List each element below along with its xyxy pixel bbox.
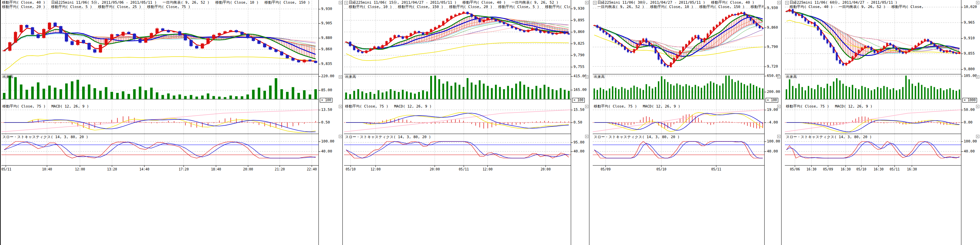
macd-pane-label: 移動平均( Close, 75 ) MACD( 12, 26, 9 ) — [2, 104, 89, 109]
panel-menu-icon[interactable]: ↘ — [593, 1, 597, 5]
pane-expand-icon[interactable]: ↖ — [976, 1, 979, 4]
y-axis-label: 105.00 — [964, 74, 977, 78]
volume-scale-badge: × 1000 — [963, 98, 977, 102]
y-axis-label: 19.00 — [767, 108, 778, 112]
panel-15min-chart-canvas[interactable] — [344, 0, 571, 173]
time-axis-label: 20:00 — [541, 167, 550, 171]
volume-pane-label: 出来高 — [594, 75, 605, 79]
time-axis-label: 13:20 — [107, 167, 117, 171]
pane-expand-icon[interactable]: ↖ — [339, 135, 342, 138]
panel-header-line2: 移動平均( Close, 40 ) 一目均衡表( 9, 26, 52 ) 移動平… — [789, 5, 923, 9]
time-axis-label: 20:00 — [243, 167, 253, 171]
pane-expand-icon[interactable]: ↖ — [339, 75, 342, 78]
panel-menu-icon[interactable]: ↘ — [344, 1, 348, 5]
time-axis-label: 12:00 — [371, 167, 381, 171]
time-axis-label: 10:40 — [42, 167, 52, 171]
y-axis-label: 200.00 — [767, 90, 780, 94]
time-axis-label: 22:40 — [307, 167, 317, 171]
stoch-pane-label: スロー・ストキャスティクス( 14, 3, 80, 20 ) — [345, 135, 431, 139]
time-axis-label: 12:00 — [483, 167, 493, 171]
chart-panel-60min: ↘ 日経225mini 11/06( 60分, 2011/04/27 - 201… — [781, 0, 980, 245]
y-axis-label: 9,855 — [964, 51, 975, 56]
y-axis-column: 10,0209,9659,9109,8559,800105.0050.000.0… — [961, 0, 980, 245]
y-axis-label: 9,790 — [767, 45, 778, 49]
y-axis-label: 40.00 — [767, 149, 778, 154]
y-axis-label: 40.00 — [573, 149, 584, 154]
y-axis-column: 9,9309,8959,8609,8259,7909,755415.00165.… — [571, 0, 589, 245]
pane-expand-icon[interactable]: ↖ — [777, 105, 781, 108]
chart-panel-5min: 移動平均( Close, 40 ) 日経225mini 11/06( 5分, 2… — [0, 0, 342, 245]
panel-5min-chart-canvas[interactable] — [1, 0, 318, 173]
stoch-pane-label: スロー・ストキャスティクス( 14, 3, 80, 20 ) — [786, 135, 872, 139]
pane-expand-icon[interactable]: ↖ — [976, 75, 979, 78]
y-axis-label: 40.00 — [321, 149, 332, 154]
y-axis-label: 9,800 — [964, 67, 975, 71]
time-axis-label: 05/10 — [656, 167, 666, 171]
time-axis-label: 16:30 — [873, 167, 884, 171]
pane-expand-icon[interactable]: ↖ — [777, 1, 781, 4]
pane-expand-icon[interactable]: ↖ — [585, 75, 589, 78]
y-axis-label: 100.00 — [321, 139, 334, 144]
chart-panel-30min: ↘ 日経225mini 11/06( 30分, 2011/04/27 - 201… — [589, 0, 781, 245]
volume-scale-badge: × 100 — [320, 98, 332, 102]
y-axis-label: 95.00 — [573, 141, 584, 144]
y-axis-label: 9,860 — [767, 26, 778, 30]
pane-expand-icon[interactable]: ↖ — [777, 75, 781, 78]
time-axis-label: 05/06 — [790, 167, 800, 171]
y-axis-label: 9,965 — [964, 21, 975, 25]
y-axis-label: -4.00 — [767, 120, 778, 125]
y-axis-label: 415.00 — [573, 74, 587, 78]
pane-expand-icon[interactable]: ↖ — [585, 105, 589, 108]
panel-60min-chart-canvas[interactable] — [785, 0, 961, 173]
time-axis-label: 16:30 — [807, 167, 816, 171]
panel-menu-icon[interactable]: ↘ — [785, 1, 789, 5]
panel-header-line1: 日経225mini 11/06( 60分, 2011/04/27 - 2011/… — [789, 1, 897, 5]
y-axis-label: 0.50 — [321, 120, 330, 125]
pane-expand-icon[interactable]: ↖ — [585, 135, 589, 138]
y-axis-label: 9,835 — [321, 62, 332, 66]
y-axis-label: 9,905 — [321, 21, 332, 25]
pane-expand-icon[interactable]: ↖ — [339, 1, 342, 4]
y-axis-column: 9,9309,9059,8809,8609,835220.0085.0013.5… — [318, 0, 343, 245]
pane-expand-icon[interactable]: ↖ — [777, 135, 781, 138]
y-axis-label: 9,755 — [573, 65, 584, 69]
y-axis-label: 85.00 — [321, 88, 332, 92]
y-axis-label: 40.00 — [964, 149, 975, 154]
panel-30min-chart-canvas[interactable] — [593, 0, 764, 173]
panel-header-line2: 一目均衡表( 9, 26, 52 ) 移動平均( Close, 10 ) 移動平… — [597, 5, 764, 9]
pane-expand-icon[interactable]: ↖ — [585, 1, 589, 4]
y-axis-label: 9,825 — [573, 42, 584, 46]
panel-header-line1: 日経225mini 11/06( 30分, 2011/04/27 - 2011/… — [597, 1, 754, 5]
pane-expand-icon[interactable]: ↖ — [339, 105, 342, 108]
y-axis-label: 165.00 — [573, 88, 587, 92]
stoch-pane-label: スロー・ストキャスティクス( 14, 3, 80, 20 ) — [594, 135, 679, 139]
panel-header-line1: 移動平均( Close, 40 ) 日経225mini 11/06( 5分, 2… — [2, 1, 310, 5]
macd-pane-label: 移動平均( Close, 75 ) MACD( 12, 26, 9 ) — [345, 104, 431, 109]
y-axis-label: 9,895 — [573, 18, 584, 22]
pane-expand-icon[interactable]: ↖ — [976, 135, 979, 138]
time-axis-label: 18:40 — [211, 167, 221, 171]
macd-pane-label: 移動平均( Close, 75 ) MACD( 12, 26, 9 ) — [786, 104, 872, 109]
y-axis-label: 13.50 — [321, 108, 332, 112]
volume-scale-badge: × 100 — [765, 98, 778, 102]
time-axis-label: 05/09 — [823, 167, 833, 171]
time-axis-label: 05/09 — [601, 167, 611, 171]
y-axis-label: 9,930 — [767, 6, 778, 10]
time-axis-label: 05/11 — [889, 167, 900, 171]
panel-header-line2: 移動平均( Close, 10 ) 移動平均( Close, 150 ) 移動平… — [349, 5, 570, 9]
panel-header-line2: 移動平均( Close, 20 ) 移動平均( Close, 5 ) 移動平均(… — [2, 5, 191, 9]
y-axis-label: 9,790 — [573, 53, 584, 57]
time-axis-label: 12:00 — [75, 167, 85, 171]
y-axis-label: 9,860 — [321, 47, 332, 51]
time-axis-label: 05/11 — [459, 167, 469, 171]
volume-pane-label: 出来高 — [345, 75, 356, 79]
y-axis-label: 220.00 — [321, 74, 334, 78]
chart-panel-15min: ↘ 日経225mini 11/06( 15分, 2011/04/27 - 201… — [342, 0, 589, 245]
pane-expand-icon[interactable]: ↖ — [976, 105, 979, 108]
time-axis-label: 16:30 — [841, 167, 851, 171]
time-axis-label: 17:20 — [179, 167, 189, 171]
stoch-pane-label: スロー・ストキャスティクス( 14, 3, 80, 20 ) — [2, 135, 88, 139]
time-axis-label: 05/11 — [1, 167, 11, 171]
y-axis-label: 100.00 — [767, 139, 780, 144]
y-axis-label: 15.50 — [573, 108, 584, 112]
